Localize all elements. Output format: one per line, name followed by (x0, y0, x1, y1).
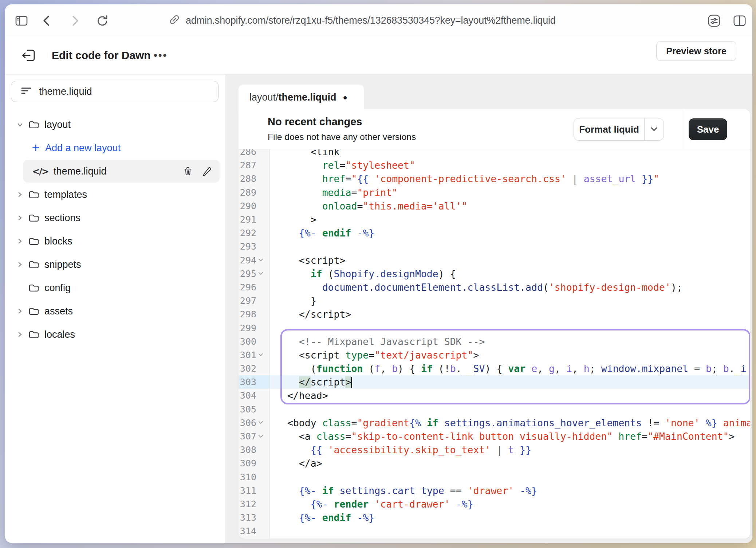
code-text[interactable] (270, 524, 750, 538)
code-text[interactable]: <a class="skip-to-content-link button vi… (270, 430, 750, 443)
chevron-right-icon[interactable] (16, 191, 24, 198)
code-text[interactable]: <link (270, 149, 750, 158)
code-text[interactable]: href="{{ 'component-predictive-search.cs… (270, 172, 750, 185)
code-text[interactable]: document.documentElement.classList.add('… (270, 281, 750, 294)
fold-chevron-icon[interactable] (257, 421, 264, 424)
sidebar-toggle-icon[interactable] (14, 13, 29, 28)
reload-icon[interactable] (95, 13, 110, 28)
code-line[interactable]: 292 {%- endif -%} (239, 226, 750, 240)
code-line[interactable]: 290 onload="this.media='all'" (239, 199, 750, 213)
sidebar-folder-assets[interactable]: assets (5, 300, 225, 323)
code-line[interactable]: 288 href="{{ 'component-predictive-searc… (239, 172, 750, 185)
fold-chevron-icon[interactable] (257, 272, 264, 275)
sidebar-folder-locales[interactable]: locales (5, 323, 225, 346)
code-text[interactable]: </script> (270, 308, 750, 321)
split-view-icon[interactable] (732, 13, 747, 28)
code-text[interactable]: rel="stylesheet" (270, 158, 750, 172)
code-line[interactable]: 295 if (Shopify.designMode) { (239, 267, 750, 281)
sidebar-file-theme-liquid[interactable]: </>theme.liquid (5, 160, 225, 183)
code-line[interactable]: 298 </script> (239, 308, 750, 321)
code-line[interactable]: 301 <script type="text/javascript"> (239, 348, 750, 362)
code-line[interactable]: 291 > (239, 213, 750, 226)
code-text[interactable]: <script> (270, 254, 750, 267)
code-text[interactable]: {{ 'accessibility.skip_to_text' | t }} (270, 443, 750, 457)
code-line[interactable]: 309 </a> (239, 457, 750, 470)
code-text[interactable]: {%- endif -%} (270, 511, 750, 524)
code-text[interactable] (270, 240, 750, 253)
code-line[interactable]: 289 media="print" (239, 186, 750, 199)
code-lines[interactable]: 286 <link287 rel="stylesheet"288 href="{… (239, 149, 750, 539)
more-actions-icon[interactable]: ••• (154, 36, 168, 74)
tab-theme-liquid[interactable]: layout/theme.liquid ● (239, 85, 364, 110)
chevron-right-icon[interactable] (16, 238, 24, 244)
exit-editor-icon[interactable] (20, 47, 37, 64)
code-text[interactable]: </script> (270, 375, 750, 389)
back-icon[interactable] (39, 13, 55, 28)
code-text[interactable]: > (270, 213, 750, 226)
chevron-down-icon[interactable] (644, 118, 664, 140)
save-button[interactable]: Save (689, 118, 727, 140)
code-line[interactable]: 311 {%- if settings.cart_type == 'drawer… (239, 484, 750, 497)
code-text[interactable]: (function (f, b) { if (!b.__SV) { var e,… (270, 362, 750, 375)
code-text[interactable]: <body class="gradient{% if settings.anim… (270, 416, 750, 430)
code-line[interactable]: 306 <body class="gradient{% if settings.… (239, 416, 750, 430)
chevron-right-icon[interactable] (16, 261, 24, 268)
code-line[interactable]: 314 (239, 524, 750, 538)
code-text[interactable]: } (270, 294, 750, 308)
chevron-right-icon[interactable] (16, 331, 24, 338)
code-text[interactable]: {%- render 'cart-drawer' -%} (270, 497, 750, 511)
chevron-down-icon[interactable] (16, 121, 24, 128)
code-line[interactable]: 313 {%- endif -%} (239, 511, 750, 524)
address-bar-url[interactable]: admin.shopify.com/store/rzq1xu-f5/themes… (186, 15, 556, 26)
code-text[interactable]: <script type="text/javascript"> (270, 348, 750, 362)
code-text[interactable] (270, 403, 750, 416)
search-input[interactable] (39, 86, 218, 97)
preview-store-button[interactable]: Preview store (656, 41, 736, 61)
forward-icon[interactable] (67, 13, 82, 28)
code-text[interactable]: if (Shopify.designMode) { (270, 267, 750, 281)
code-line[interactable]: 287 rel="stylesheet" (239, 158, 750, 172)
code-line[interactable]: 302 (function (f, b) { if (!b.__SV) { va… (239, 362, 750, 375)
code-line[interactable]: 308 {{ 'accessibility.skip_to_text' | t … (239, 443, 750, 457)
sidebar-folder-templates[interactable]: templates (5, 183, 225, 206)
code-line[interactable]: 310 (239, 470, 750, 484)
code-line[interactable]: 304 </head> (239, 389, 750, 402)
code-line[interactable]: 303 </script> (239, 375, 750, 389)
code-text[interactable]: </head> (270, 389, 750, 402)
code-text[interactable]: </a> (270, 457, 750, 470)
file-search-box[interactable] (11, 81, 218, 102)
code-text[interactable]: media="print" (270, 186, 750, 199)
code-line[interactable]: 305 (239, 403, 750, 416)
fold-chevron-icon[interactable] (257, 258, 264, 262)
sidebar-folder-blocks[interactable]: blocks (5, 230, 225, 253)
code-text[interactable] (270, 470, 750, 484)
chevron-right-icon[interactable] (16, 308, 24, 314)
code-line[interactable]: 307 <a class="skip-to-content-link butto… (239, 430, 750, 443)
sidebar-folder-config[interactable]: config (5, 276, 225, 300)
selected-file-row[interactable]: </>theme.liquid (23, 160, 220, 183)
chevron-right-icon[interactable] (16, 215, 24, 221)
code-text[interactable]: {%- if settings.cart_type == 'drawer' -%… (270, 484, 750, 497)
rename-icon[interactable] (201, 166, 212, 177)
code-text[interactable]: onload="this.media='all'" (270, 199, 750, 213)
code-line[interactable]: 286 <link (239, 149, 750, 158)
add-layout-button[interactable]: +Add a new layout (5, 136, 225, 160)
code-text[interactable]: <!-- Mixpanel Javascript SDK --> (270, 335, 750, 348)
code-line[interactable]: 294 <script> (239, 254, 750, 267)
code-text[interactable]: {%- endif -%} (270, 226, 750, 240)
page-settings-icon[interactable] (706, 13, 722, 28)
sidebar-folder-sections[interactable]: sections (5, 206, 225, 230)
fold-chevron-icon[interactable] (257, 435, 264, 438)
code-line[interactable]: 300 <!-- Mixpanel Javascript SDK --> (239, 335, 750, 348)
sidebar-folder-layout[interactable]: layout (5, 113, 225, 136)
sidebar-folder-snippets[interactable]: snippets (5, 253, 225, 276)
code-line[interactable]: 293 (239, 240, 750, 253)
format-liquid-button[interactable]: Format liquid (574, 118, 664, 141)
fold-chevron-icon[interactable] (257, 353, 264, 357)
code-line[interactable]: 299 (239, 321, 750, 334)
code-line[interactable]: 312 {%- render 'cart-drawer' -%} (239, 497, 750, 511)
code-line[interactable]: 297 } (239, 294, 750, 308)
code-line[interactable]: 296 document.documentElement.classList.a… (239, 281, 750, 294)
delete-icon[interactable] (182, 166, 193, 177)
code-text[interactable] (270, 321, 750, 334)
